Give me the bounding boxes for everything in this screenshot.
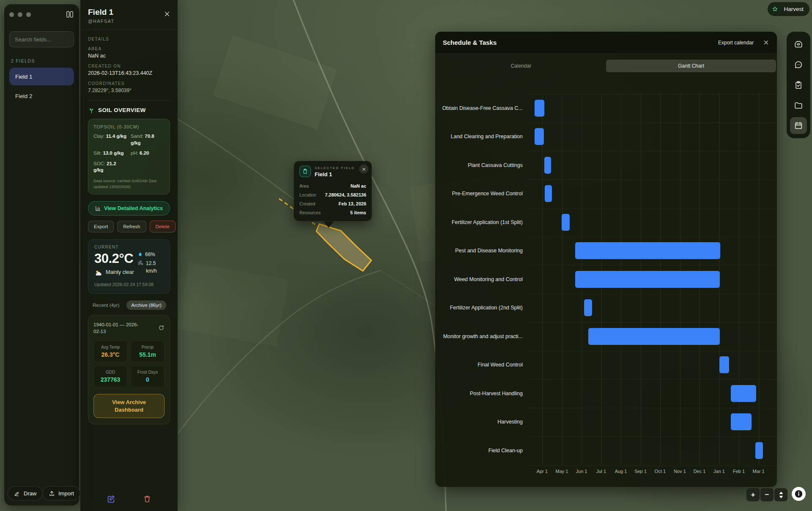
selected-field-popup: SELECTED FIELD Field 1 AreaNaN ac Locati… xyxy=(294,161,372,221)
gantt-row-gridline xyxy=(529,237,776,237)
soil-card: TOPSOIL (0-30CM) Clay: 11.4 g/kg Sand: 7… xyxy=(88,119,170,194)
gantt-row-gridline xyxy=(529,408,776,408)
window-dot[interactable] xyxy=(9,12,14,17)
tab-gantt-chart[interactable]: Gantt Chart xyxy=(606,60,776,72)
trash-icon[interactable] xyxy=(143,495,151,503)
gantt-axis-tick: Oct 1 xyxy=(655,469,666,474)
weather-updated: Updated 2026-02-24 17:59:08 xyxy=(94,281,164,288)
wallet-icon[interactable] xyxy=(790,36,807,53)
popup-close-icon[interactable] xyxy=(359,164,368,174)
bar-chart-icon xyxy=(95,205,101,211)
popup-kicker: SELECTED FIELD xyxy=(315,166,355,170)
tab-calendar[interactable]: Calendar xyxy=(436,60,606,72)
right-toolbar xyxy=(787,32,810,138)
gantt-bar[interactable] xyxy=(562,214,570,231)
upload-icon xyxy=(49,490,55,497)
gantt-task-label: Final Weed Control xyxy=(435,362,523,368)
refresh-icon[interactable] xyxy=(158,321,165,335)
weather-card: CURRENT 30.2°C Mainly clear xyxy=(88,239,170,294)
zoom-out-button[interactable]: − xyxy=(760,488,774,501)
schedule-title: Schedule & Tasks xyxy=(443,39,497,46)
seedling-icon xyxy=(88,107,95,114)
pencil-icon xyxy=(14,490,20,497)
brand-name: Harvest xyxy=(784,6,804,12)
import-button[interactable]: Import xyxy=(42,486,80,500)
soil-data-source: Data source: cached SoilGrids (last upda… xyxy=(93,178,165,190)
view-archive-dashboard-button[interactable]: View Archive Dashboard xyxy=(93,394,165,418)
gantt-row-gridline xyxy=(529,465,776,465)
popup-pointer xyxy=(324,221,334,228)
window-dot[interactable] xyxy=(18,12,22,17)
gantt-bar[interactable] xyxy=(544,157,551,174)
schedule-close-icon[interactable] xyxy=(763,39,769,46)
brand-badge[interactable]: Harvest xyxy=(768,2,809,16)
field-list-item[interactable]: Field 1 xyxy=(9,68,74,85)
gantt-bar[interactable] xyxy=(731,413,752,430)
columns-toggle-icon[interactable] xyxy=(66,10,74,19)
tab-recent[interactable]: Recent (4yr) xyxy=(88,301,124,310)
map[interactable]: 2 FIELDS Field 1Field 2 Field 1 @HAFSAT … xyxy=(0,0,812,511)
window-dot[interactable] xyxy=(26,12,31,17)
gantt-task-label: Pre-Emergence Weed Control xyxy=(435,191,523,197)
gantt-bar[interactable] xyxy=(719,356,729,373)
gantt-axis-tick: Aug 1 xyxy=(615,469,627,474)
edit-field-icon[interactable] xyxy=(107,495,115,503)
coordinates-label: COORDINATES xyxy=(88,81,170,86)
gantt-bar[interactable] xyxy=(535,128,544,145)
popup-row-area: AreaNaN ac xyxy=(299,181,366,190)
tilt-control-button[interactable] xyxy=(774,488,787,501)
field-detail-panel: Field 1 @HAFSAT DETAILS AREA NaN ac CREA… xyxy=(80,0,178,511)
popup-row-location: Location7.280624, 3.582136 xyxy=(299,190,366,199)
calendar-icon[interactable] xyxy=(790,117,807,134)
gantt-axis-tick: Jul 1 xyxy=(596,469,606,474)
gantt-axis-tick: Mar 1 xyxy=(752,469,764,474)
view-detailed-analytics-button[interactable]: View Detailed Analytics xyxy=(88,201,170,216)
gantt-bar[interactable] xyxy=(588,328,720,345)
export-button[interactable]: Export xyxy=(88,221,114,232)
popup-title: Field 1 xyxy=(315,171,355,178)
window-controls[interactable] xyxy=(9,12,31,17)
tab-archive[interactable]: Archive (86yr) xyxy=(126,301,166,310)
soil-sand: Sand: 70.8 g/kg xyxy=(131,133,165,146)
gantt-month-gridline xyxy=(562,94,562,465)
chat-icon[interactable] xyxy=(790,56,807,73)
gantt-bar[interactable] xyxy=(535,100,544,117)
close-icon[interactable] xyxy=(162,9,172,19)
map-attribution-info-icon[interactable] xyxy=(792,487,806,501)
area-value: NaN ac xyxy=(88,53,170,59)
folder-icon[interactable] xyxy=(790,97,807,114)
gantt-axis-tick: Feb 1 xyxy=(733,469,745,474)
gantt-month-gridline xyxy=(542,94,543,465)
gantt-row-gridline xyxy=(529,123,776,123)
gantt-bar[interactable] xyxy=(584,299,592,316)
schedule-tasks-panel: Schedule & Tasks Export calendar Calenda… xyxy=(435,32,777,487)
zoom-in-button[interactable]: + xyxy=(746,488,760,501)
gantt-bar[interactable] xyxy=(755,442,763,459)
tasks-clipboard-icon[interactable] xyxy=(790,77,807,93)
weather-condition: Mainly clear xyxy=(106,269,134,276)
refresh-button[interactable]: Refresh xyxy=(117,221,146,232)
gantt-bar[interactable] xyxy=(575,271,720,288)
draw-button[interactable]: Draw xyxy=(8,486,43,500)
gantt-bar[interactable] xyxy=(575,242,720,259)
weather-wind: 12.5 km/h xyxy=(146,260,164,275)
gantt-row-gridline xyxy=(529,436,776,437)
gantt-row-gridline xyxy=(529,294,776,294)
clipboard-icon xyxy=(299,166,311,177)
delete-button[interactable]: Delete xyxy=(150,221,176,232)
archive-range: 1940-01-01 — 2026-02-13 xyxy=(93,321,143,335)
wind-icon xyxy=(137,260,144,266)
gantt-bar[interactable] xyxy=(545,185,552,202)
field-polygon[interactable] xyxy=(316,224,371,271)
gantt-bar[interactable] xyxy=(731,385,756,402)
export-calendar-button[interactable]: Export calendar xyxy=(718,40,754,46)
created-label: CREATED ON xyxy=(88,64,170,68)
gantt-task-label: Monitor growth and adjust practi... xyxy=(435,333,523,339)
stat-frost-days: Frost Days 0 xyxy=(131,366,165,387)
field-list-item[interactable]: Field 2 xyxy=(9,87,74,105)
search-input[interactable] xyxy=(9,31,74,47)
star-icon xyxy=(770,4,780,14)
field-owner-handle: @HAFSAT xyxy=(88,19,170,24)
gantt-task-label: Weed Monitoring and Control xyxy=(435,276,523,282)
gantt-task-label: Fertilizer Application (2nd Split) xyxy=(435,305,523,311)
